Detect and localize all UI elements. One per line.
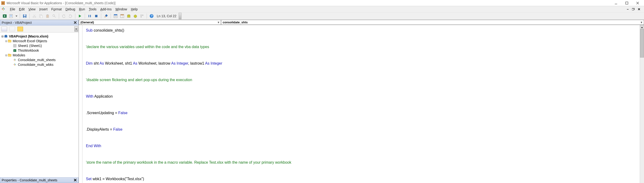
close-button[interactable] [632,0,643,6]
menu-add-ins[interactable]: Add-Ins [98,7,114,12]
project-panel-title: Project - VBAProject [2,21,32,25]
svg-marker-54 [75,29,77,30]
standard-toolbar: X ? Ln 13, Col 22 [0,12,644,20]
insert-module-button[interactable] [8,13,14,19]
svg-rect-59 [14,44,16,47]
scroll-thumb[interactable] [640,29,644,58]
menu-format[interactable]: Format [50,7,64,12]
project-toolbar [0,26,78,33]
toolbar-handle[interactable] [179,13,182,19]
svg-point-8 [4,9,5,10]
minimize-button[interactable] [610,0,622,6]
toolbox-button[interactable] [132,13,138,19]
insert-dropdown-icon[interactable] [15,13,18,19]
properties-panel-title: Properties - Consolidate_multi_sheets [2,178,58,182]
tree-module-consolidate-sheets[interactable]: Consolidate_multi_sheets [1,58,78,62]
tree-thisworkbook[interactable]: X ThisWorkbook [1,48,78,53]
workbook-icon: X [13,49,17,52]
tree-project-root[interactable]: ⊟ VBAProject (Macro.xlsm) [1,34,78,39]
tab-order-button[interactable] [139,13,145,19]
svg-line-25 [34,15,35,17]
code-content[interactable]: Sub consolidate_shts() 'declare the vari… [86,27,644,183]
menu-insert[interactable]: Insert [38,7,50,12]
copy-button[interactable] [38,13,44,19]
code-editor[interactable]: Sub consolidate_shts() 'declare the vari… [79,25,644,183]
project-panel-close-icon[interactable]: ✕ [74,20,77,25]
menu-window[interactable]: Window [114,7,129,12]
svg-rect-20 [24,15,26,16]
view-object-button[interactable] [10,27,15,31]
find-button[interactable] [51,13,57,19]
left-dock: Project - VBAProject ✕ ⊟ VBAProject (Mac… [0,20,79,183]
margin-indicator-bar [82,25,82,183]
object-browser-button[interactable] [126,13,132,19]
project-explorer-button[interactable] [113,13,118,19]
excel-objects-label: Microsoft Excel Objects [13,39,47,43]
view-code-button[interactable] [2,27,7,31]
menu-edit[interactable]: Edit [17,7,26,12]
run-button[interactable] [77,13,83,19]
menu-debug[interactable]: Debug [64,7,77,12]
reset-button[interactable] [94,13,99,19]
procedure-dropdown[interactable]: consolidate_shts ▾ [221,20,644,25]
properties-window-button[interactable] [119,13,125,19]
svg-rect-39 [105,14,108,17]
mdi-minimize-button[interactable]: – [626,8,630,11]
svg-rect-41 [114,14,117,15]
project-toolbar-dropdown-icon[interactable] [74,27,78,32]
svg-text:X: X [14,50,16,52]
redo-button[interactable] [68,13,73,19]
project-icon [4,35,8,38]
tree-modules-folder[interactable]: ⊟ Modules [1,53,78,58]
svg-point-75 [14,65,15,66]
menu-help[interactable]: Help [129,7,140,12]
mdi-close-button[interactable]: ✕ [637,8,641,11]
menu-tools[interactable]: Tools [87,7,98,12]
maximize-button[interactable] [622,0,632,6]
window-title: Microsoft Visual Basic for Applications … [6,1,610,5]
save-button[interactable] [22,13,28,19]
vba-menu-icon [2,7,6,11]
svg-point-7 [3,8,4,9]
mdi-restore-button[interactable] [631,8,636,11]
window-controls [610,0,643,6]
undo-button[interactable] [61,13,66,19]
project-panel-header: Project - VBAProject ✕ [0,20,78,26]
cut-button[interactable] [32,13,37,19]
svg-point-9 [3,10,4,10]
menubar: FileEditViewInsertFormatDebugRunToolsAdd… [0,6,644,12]
paste-button[interactable] [45,13,50,19]
project-tree[interactable]: ⊟ VBAProject (Macro.xlsm) ⊟ Microsoft Ex… [0,33,78,177]
design-mode-button[interactable] [103,13,109,19]
scroll-up-arrow-icon[interactable]: ▲ [640,25,644,29]
svg-point-72 [14,64,14,65]
svg-rect-48 [128,15,130,16]
vertical-scrollbar[interactable]: ▲ [640,25,644,183]
menu-view[interactable]: View [26,7,38,12]
svg-rect-28 [46,15,49,18]
tree-sheet1[interactable]: Sheet1 (Sheet1) [1,43,78,48]
sheet1-label: Sheet1 (Sheet1) [18,44,42,48]
workspace: Project - VBAProject ✕ ⊟ VBAProject (Mac… [0,20,644,183]
svg-marker-38 [104,16,106,18]
module-icon [13,58,17,62]
break-button[interactable] [87,13,92,19]
modules-label: Modules [13,53,25,57]
view-excel-button[interactable]: X [2,13,8,19]
help-button[interactable]: ? [149,13,154,19]
svg-rect-51 [140,16,142,18]
thisworkbook-label: ThisWorkbook [18,49,39,52]
svg-point-74 [15,64,16,65]
menu-file[interactable]: File [8,7,17,12]
tree-excel-objects-folder[interactable]: ⊟ Microsoft Excel Objects [1,39,78,43]
menu-run[interactable]: Run [77,7,87,12]
object-dropdown-value: (General) [80,21,94,24]
svg-line-31 [54,16,56,18]
svg-marker-32 [64,15,65,16]
svg-rect-11 [632,9,634,10]
svg-point-6 [2,9,3,10]
object-dropdown[interactable]: (General) ▾ [79,20,221,25]
tree-module-consolidate-wbks[interactable]: Consolidate_multi_wbks [1,62,78,67]
toggle-folders-button[interactable] [18,27,23,31]
properties-panel-close-icon[interactable]: ✕ [74,177,77,183]
